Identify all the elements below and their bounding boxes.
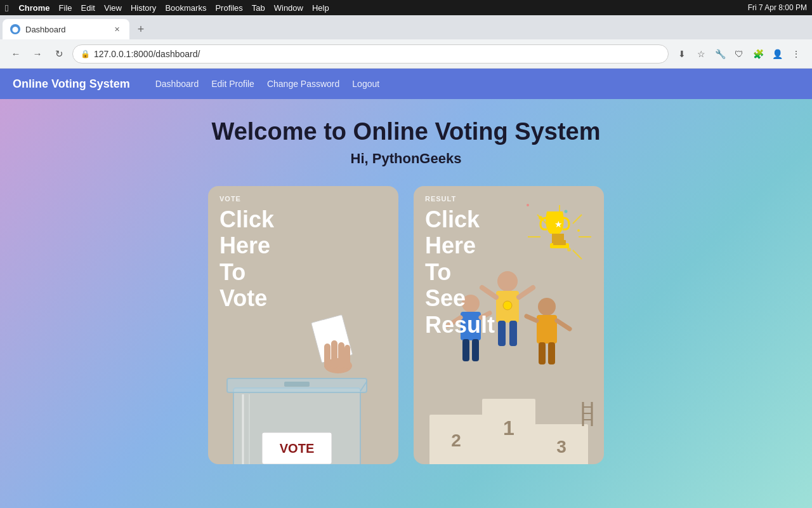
status-bar-right: Fri 7 Apr 8:00 PM [748,3,807,12]
svg-point-20 [577,229,580,232]
new-tab-button[interactable]: + [132,20,150,38]
forward-button[interactable]: → [29,46,46,62]
svg-text:★: ★ [554,219,563,229]
nav-dashboard[interactable]: Dashboard [155,79,199,89]
extensions-puzzle[interactable]: 🧩 [750,46,766,62]
svg-rect-38 [509,321,517,346]
bookmark-icon[interactable]: ☆ [693,46,709,62]
svg-rect-31 [552,234,564,243]
tab-menu[interactable]: Tab [252,3,265,13]
svg-line-36 [519,288,533,297]
svg-point-46 [538,298,556,316]
vote-card[interactable]: VOTE ClickHereToVote [208,186,398,464]
nav-logout[interactable]: Logout [352,79,379,89]
vote-card-text: ClickHereToVote [219,206,274,312]
main-content: Welcome to Online Voting System Hi, Pyth… [0,99,812,508]
result-card-text: ClickHereToSeeResult [425,206,495,338]
result-card-label: RESULT [425,195,456,203]
svg-point-39 [503,301,512,310]
profiles-menu[interactable]: Profiles [215,3,242,13]
active-tab[interactable]: ⬤ Dashboard ✕ [3,19,129,39]
profile-icon[interactable]: 👤 [769,46,785,62]
result-card[interactable]: RESULT ClickHereToSeeResult [414,186,604,464]
svg-rect-51 [548,342,555,364]
file-menu[interactable]: File [59,3,72,13]
macos-menubar:  Chrome File Edit View History Bookmark… [0,0,812,15]
app-brand[interactable]: Online Voting System [13,77,130,91]
chrome-tabbar: ⬤ Dashboard ✕ + [0,15,812,39]
svg-point-21 [527,204,529,206]
svg-rect-3 [331,340,337,369]
help-menu[interactable]: Help [312,3,329,13]
more-menu[interactable]: ⋮ [788,46,804,62]
vote-illustration: VOTE [208,299,398,464]
svg-line-48 [527,316,537,321]
app-navbar: Online Voting System Dashboard Edit Prof… [0,69,812,99]
lock-icon: 🔒 [81,50,90,58]
chrome-menu[interactable]: Chrome [18,3,49,13]
extension-icon-1[interactable]: 🔧 [712,46,728,62]
svg-point-33 [497,271,518,291]
download-icon[interactable]: ⬇ [674,46,690,62]
nav-change-password[interactable]: Change Password [267,79,339,89]
svg-text:1: 1 [503,417,514,439]
svg-text:3: 3 [556,437,566,457]
window-menu[interactable]: Window [274,3,303,13]
svg-rect-5 [344,345,350,369]
svg-rect-45 [472,339,479,361]
svg-rect-37 [498,321,506,346]
tab-favicon: ⬤ [10,24,20,34]
datetime: Fri 7 Apr 8:00 PM [748,3,807,12]
reload-button[interactable]: ↻ [51,46,67,62]
back-button[interactable]: ← [8,46,24,62]
menu-items: Chrome File Edit View History Bookmarks … [18,3,329,13]
toolbar-icons: ⬇ ☆ 🔧 🛡 🧩 👤 ⋮ [674,46,804,62]
address-bar[interactable]: 🔒 127.0.0.1:8000/dashboard/ [72,44,669,64]
svg-text:2: 2 [451,431,461,450]
svg-line-24 [573,215,582,224]
app-nav-links: Dashboard Edit Profile Change Password L… [155,79,379,89]
svg-line-49 [557,321,570,329]
svg-text:VOTE: VOTE [280,441,314,455]
svg-rect-44 [462,339,469,361]
svg-rect-50 [539,342,546,364]
address-text: 127.0.0.1:8000/dashboard/ [94,49,200,59]
svg-line-26 [573,250,582,259]
welcome-title: Welcome to Online Voting System [211,118,600,145]
svg-rect-2 [324,344,331,369]
history-menu[interactable]: History [131,3,156,13]
tab-close-button[interactable]: ✕ [112,24,122,34]
chrome-addressbar: ← → ↻ 🔒 127.0.0.1:8000/dashboard/ ⬇ ☆ 🔧 … [0,39,812,69]
edit-menu[interactable]: Edit [81,3,95,13]
nav-edit-profile[interactable]: Edit Profile [211,79,254,89]
tab-title: Dashboard [25,25,66,34]
view-menu[interactable]: View [104,3,122,13]
extension-icon-2[interactable]: 🛡 [731,46,747,62]
svg-rect-47 [537,315,557,344]
apple-icon:  [5,3,8,13]
svg-point-19 [565,210,568,213]
cards-container: VOTE ClickHereToVote [197,186,615,464]
vote-card-label: VOTE [219,195,241,203]
bookmarks-menu[interactable]: Bookmarks [165,3,206,13]
svg-rect-8 [284,382,310,387]
welcome-subtitle: Hi, PythonGeeks [351,150,462,167]
svg-rect-4 [338,342,344,369]
